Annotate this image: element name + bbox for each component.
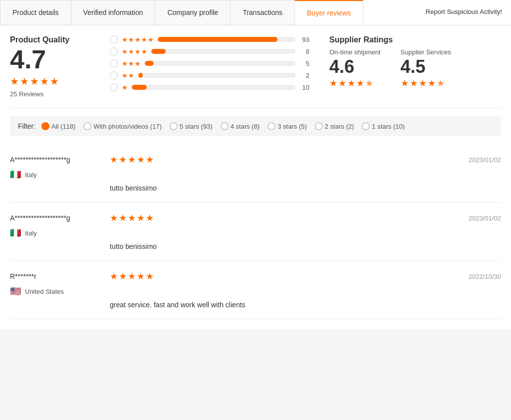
rating-bars-block: ★★★★★93★★★★8★★★5★★2★10 [110, 35, 309, 98]
filter-option-photos[interactable]: With photos/videos (17) [83, 122, 162, 130]
bar-track-2 [138, 73, 295, 78]
bar-row-3[interactable]: ★★★5 [110, 59, 309, 67]
tab-verified-information[interactable]: Verified information [71, 0, 156, 25]
bar-checkbox-1[interactable] [110, 83, 118, 91]
review-stars-1: ★★★★★ [110, 212, 154, 223]
product-quality-score: 4.7 [10, 46, 90, 72]
reviewer-info-0: A*******************g★★★★★ [10, 154, 154, 165]
reviewer-country-0: 🇮🇹Italy [10, 169, 501, 180]
tab-transactions[interactable]: Transactions [230, 0, 295, 25]
r-star-0-1: ★ [119, 154, 127, 165]
radio-3stars[interactable] [267, 122, 275, 130]
filter-option-2stars[interactable]: 2 stars (2) [315, 122, 354, 130]
tab-company-profile[interactable]: Company profile [155, 0, 231, 25]
bar-track-3 [145, 61, 295, 66]
bar-fill-5 [158, 37, 277, 42]
sup-star-0-3: ★ [356, 78, 364, 89]
review-header-2: R*******r★★★★★2022/10/30 [10, 271, 501, 282]
radio-2stars[interactable] [315, 122, 323, 130]
sup-star-1-3: ★ [428, 78, 436, 89]
product-quality-block: Product Quality 4.7 ★ ★ ★ ★ ★ 25 Reviews [10, 35, 90, 98]
bar-track-5 [158, 37, 295, 42]
reviewer-info-2: R*******r★★★★★ [10, 271, 154, 282]
r-star-2-3: ★ [137, 271, 145, 282]
bar-row-2[interactable]: ★★2 [110, 71, 309, 79]
radio-1stars[interactable] [362, 122, 370, 130]
ratings-section: Product Quality 4.7 ★ ★ ★ ★ ★ 25 Reviews… [10, 35, 501, 108]
bar-row-5[interactable]: ★★★★★93 [110, 35, 309, 43]
product-quality-stars: ★ ★ ★ ★ ★ [10, 75, 90, 87]
radio-5stars[interactable] [170, 122, 178, 130]
tab-buyer-reviews[interactable]: Buyer reviews [294, 0, 363, 25]
tab-product-details[interactable]: Product details [0, 0, 71, 25]
review-item-1: A*******************g★★★★★2023/01/02🇮🇹It… [10, 203, 501, 261]
supplier-ratings-block: Supplier Ratings On-time shipment4.6★★★★… [329, 35, 479, 98]
review-text-0: tutto benissimo [110, 184, 157, 192]
sup-star-0-2: ★ [347, 78, 355, 89]
filter-label-3stars: 3 stars (5) [277, 123, 307, 130]
r-star-1-0: ★ [110, 212, 118, 223]
r-star-0-2: ★ [128, 154, 136, 165]
supplier-item-1: Supplier Services4.5★★★★★ [401, 48, 451, 89]
filter-option-4stars[interactable]: 4 stars (8) [221, 122, 260, 130]
bar-checkbox-3[interactable] [110, 59, 118, 67]
review-spacer-1 [10, 242, 100, 250]
filter-option-5stars[interactable]: 5 stars (93) [170, 122, 213, 130]
supplier-grid: On-time shipment4.6★★★★★Supplier Service… [329, 48, 479, 89]
reviewer-country-2: 🇺🇸United States [10, 286, 501, 297]
review-header-0: A*******************g★★★★★2023/01/02 [10, 154, 501, 165]
r-star-2-4: ★ [146, 271, 154, 282]
filter-option-all[interactable]: All (118) [41, 122, 75, 130]
filter-bar: Filter: All (118)With photos/videos (17)… [10, 116, 501, 136]
country-name-2: United States [25, 288, 64, 295]
filter-label-photos: With photos/videos (17) [93, 123, 162, 130]
bar-row-1[interactable]: ★10 [110, 83, 309, 91]
star-5: ★ [50, 75, 59, 87]
sup-star-1-2: ★ [419, 78, 427, 89]
filter-option-3stars[interactable]: 3 stars (5) [267, 122, 307, 130]
bar-checkbox-2[interactable] [110, 71, 118, 79]
review-date-0: 2023/01/02 [469, 156, 501, 164]
radio-4stars[interactable] [221, 122, 229, 130]
sup-star-0-1: ★ [338, 78, 346, 89]
supplier-label-1: Supplier Services [401, 48, 451, 56]
country-flag-1: 🇮🇹 [10, 227, 21, 238]
review-header-1: A*******************g★★★★★2023/01/02 [10, 212, 501, 223]
r-star-2-0: ★ [110, 271, 118, 282]
supplier-ratings-title: Supplier Ratings [329, 35, 479, 44]
sup-star-1-1: ★ [410, 78, 418, 89]
bar-stars-5: ★★★★★ [122, 36, 154, 43]
review-item-2: R*******r★★★★★2022/10/30🇺🇸United Statesg… [10, 261, 501, 319]
bar-row-4[interactable]: ★★★★8 [110, 47, 309, 55]
bar-checkbox-4[interactable] [110, 47, 118, 55]
bar-checkbox-5[interactable] [110, 35, 118, 43]
country-name-0: Italy [25, 171, 37, 179]
reviewer-name-1: A*******************g [10, 214, 100, 222]
report-suspicious-button[interactable]: Report Suspicious Activity! [417, 0, 511, 25]
review-text-2: great service. fast and work well with c… [110, 301, 246, 309]
review-content-0: tutto benissimo [10, 184, 501, 192]
country-flag-2: 🇺🇸 [10, 286, 21, 297]
filter-label-5stars: 5 stars (93) [180, 123, 213, 130]
bar-track-4 [151, 49, 295, 54]
bar-fill-1 [132, 85, 147, 90]
supplier-label-0: On-time shipment [329, 48, 381, 56]
review-content-1: tutto benissimo [10, 242, 501, 250]
r-star-0-0: ★ [110, 154, 118, 165]
tabs-bar: Product details Verified information Com… [0, 0, 511, 25]
star-2: ★ [20, 75, 29, 87]
bar-stars-4: ★★★★ [122, 48, 147, 55]
filter-option-1stars[interactable]: 1 stars (10) [362, 122, 405, 130]
radio-all[interactable] [41, 122, 49, 130]
reviewer-name-2: R*******r [10, 272, 100, 280]
bar-count-4: 8 [299, 48, 309, 55]
review-item-0: A*******************g★★★★★2023/01/02🇮🇹It… [10, 144, 501, 203]
r-star-2-2: ★ [128, 271, 136, 282]
bar-stars-2: ★★ [122, 72, 134, 79]
radio-photos[interactable] [83, 122, 91, 130]
sup-star-1-0: ★ [401, 78, 409, 89]
main-content: Product Quality 4.7 ★ ★ ★ ★ ★ 25 Reviews… [0, 25, 511, 329]
country-flag-0: 🇮🇹 [10, 169, 21, 180]
supplier-stars-1: ★★★★★ [401, 78, 451, 89]
reviewer-info-1: A*******************g★★★★★ [10, 212, 154, 223]
